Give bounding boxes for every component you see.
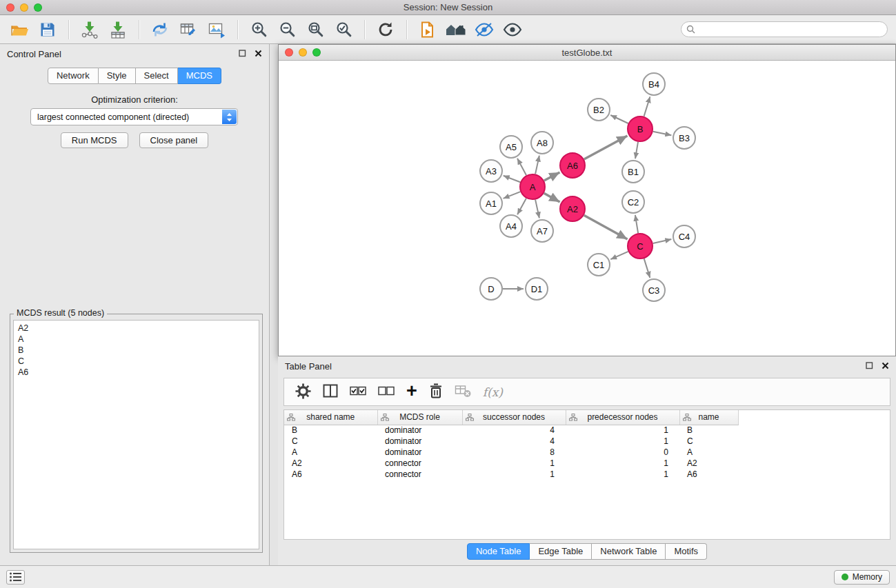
node-B2[interactable]: B2	[588, 99, 610, 121]
node-B[interactable]: B	[628, 116, 653, 141]
float-panel-icon[interactable]	[239, 49, 246, 59]
tab-edge-table[interactable]: Edge Table	[530, 543, 592, 560]
add-column-button[interactable]: +	[406, 384, 417, 398]
show-hide-graphics-button[interactable]	[501, 19, 524, 41]
column-header-predecessor-nodes[interactable]: predecessor nodes	[566, 410, 679, 425]
node-D1[interactable]: D1	[526, 278, 548, 300]
tab-style[interactable]: Style	[99, 68, 136, 84]
edge-B-B4[interactable]	[644, 97, 650, 116]
edge-A-A2[interactable]	[544, 193, 560, 202]
edge-A-A3[interactable]	[504, 176, 521, 182]
table-settings-button[interactable]	[295, 383, 311, 401]
edge-A-A5[interactable]	[517, 159, 526, 175]
style-preview-button[interactable]	[473, 19, 495, 41]
table-row[interactable]: A2connector11A2	[284, 458, 738, 469]
node-B1[interactable]: B1	[622, 161, 644, 183]
table-cell[interactable]: A2	[679, 458, 738, 469]
edit-network-table-button[interactable]	[177, 19, 199, 41]
function-builder-button[interactable]: f(x)	[483, 385, 503, 399]
table-cell[interactable]: dominator	[377, 425, 462, 436]
node-C[interactable]: C	[628, 234, 653, 258]
minimize-network-window-button[interactable]	[299, 48, 307, 57]
memory-button[interactable]: Memory	[834, 570, 890, 585]
edge-A-A6[interactable]	[544, 172, 560, 181]
table-cell[interactable]: B	[679, 425, 738, 436]
float-panel-icon[interactable]	[866, 361, 873, 372]
table-row[interactable]: Bdominator41B	[284, 425, 738, 436]
edge-B-B3[interactable]	[653, 132, 672, 135]
node-B3[interactable]: B3	[673, 127, 695, 149]
import-network-file-button[interactable]	[79, 19, 101, 41]
node-C2[interactable]: C2	[622, 191, 644, 213]
close-window-button[interactable]	[6, 3, 14, 12]
zoom-out-button[interactable]	[276, 19, 298, 41]
node-D[interactable]: D	[480, 278, 502, 300]
table-cell[interactable]: A6	[679, 469, 738, 480]
column-header-shared-name[interactable]: shared name	[284, 410, 377, 425]
edge-C-C4[interactable]	[653, 239, 672, 243]
mcds-result-item[interactable]: A	[18, 334, 255, 345]
column-header-MCDS-role[interactable]: MCDS role	[377, 410, 462, 425]
table-row[interactable]: Adominator80A	[284, 447, 738, 458]
table-cell[interactable]: B	[284, 425, 377, 436]
edge-C-C3[interactable]	[644, 258, 650, 278]
table-cell[interactable]: C	[284, 436, 377, 447]
search-input[interactable]	[681, 21, 888, 37]
table-cell[interactable]: 1	[462, 469, 566, 480]
tab-network-table[interactable]: Network Table	[592, 543, 666, 560]
tab-select[interactable]: Select	[136, 68, 178, 84]
node-A6[interactable]: A6	[560, 153, 585, 178]
table-cell[interactable]: 1	[566, 458, 679, 469]
table-cell[interactable]: 1	[566, 436, 679, 447]
node-A4[interactable]: A4	[500, 215, 522, 237]
edge-A2-C[interactable]	[584, 215, 628, 239]
zoom-network-window-button[interactable]	[312, 48, 321, 57]
task-history-button[interactable]	[6, 570, 25, 585]
table-cell[interactable]: 4	[462, 436, 566, 447]
table-cell[interactable]: dominator	[377, 447, 462, 458]
save-session-button[interactable]	[37, 19, 59, 41]
network-graph[interactable]: B4B2BB3A5A8A6A3B1AC2A1A2A4A7C4CC1C3DD1	[279, 61, 895, 357]
close-network-window-button[interactable]	[285, 48, 293, 57]
edge-C-C2[interactable]	[635, 215, 638, 233]
table-cell[interactable]: dominator	[377, 436, 462, 447]
table-cell[interactable]: A	[284, 447, 377, 458]
table-cell[interactable]: A2	[284, 458, 377, 469]
mcds-result-item[interactable]: A6	[18, 367, 255, 378]
table-cell[interactable]: 1	[566, 469, 679, 480]
network-canvas[interactable]: B4B2BB3A5A8A6A3B1AC2A1A2A4A7C4CC1C3DD1	[279, 61, 895, 356]
import-table-file-button[interactable]	[107, 19, 129, 41]
node-C3[interactable]: C3	[643, 279, 665, 301]
open-session-button[interactable]	[8, 19, 30, 41]
mcds-result-item[interactable]: C	[18, 356, 255, 367]
delete-table-button[interactable]	[455, 384, 471, 400]
node-A8[interactable]: A8	[531, 132, 553, 154]
column-header-name[interactable]: name	[679, 410, 738, 425]
edge-A-A8[interactable]	[535, 156, 539, 174]
network-collection-button[interactable]	[149, 19, 171, 41]
table-cell[interactable]: A6	[284, 469, 377, 480]
tab-node-table[interactable]: Node Table	[467, 543, 530, 560]
close-panel-button[interactable]: Close panel	[139, 132, 209, 148]
table-cell[interactable]: 8	[462, 447, 566, 458]
table-cell[interactable]: connector	[377, 458, 462, 469]
zoom-window-button[interactable]	[34, 3, 42, 12]
node-C4[interactable]: C4	[673, 225, 695, 247]
table-row[interactable]: A6connector11A6	[284, 469, 738, 480]
edge-B-B1[interactable]	[635, 142, 638, 159]
export-image-button[interactable]	[206, 19, 228, 41]
tab-mcds[interactable]: MCDS	[178, 68, 221, 84]
column-header-successor-nodes[interactable]: successor nodes	[462, 410, 566, 425]
table-cell[interactable]: 1	[462, 458, 566, 469]
edge-A6-B[interactable]	[584, 136, 628, 159]
node-A5[interactable]: A5	[500, 136, 522, 158]
mcds-result-item[interactable]: A2	[18, 323, 255, 334]
column-management-button[interactable]	[323, 384, 338, 400]
home-view-button[interactable]	[445, 19, 467, 41]
zoom-in-button[interactable]	[248, 19, 270, 41]
close-panel-icon[interactable]	[255, 49, 262, 59]
zoom-fit-button[interactable]	[304, 19, 326, 41]
mcds-result-list[interactable]: A2ABCA6	[13, 320, 259, 549]
optimization-criterion-dropdown[interactable]: largest connected component (directed)	[30, 108, 238, 125]
network-window-titlebar[interactable]: testGlobe.txt	[279, 45, 895, 61]
